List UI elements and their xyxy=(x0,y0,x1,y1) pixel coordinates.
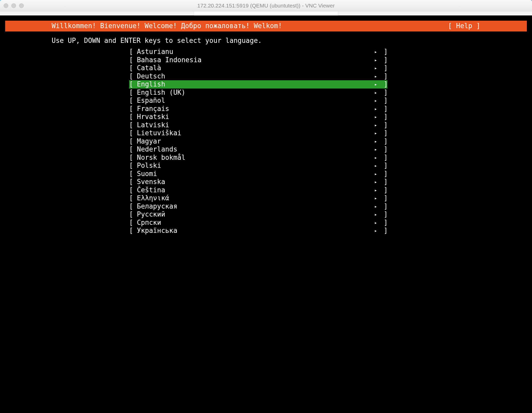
language-label: Asturianu xyxy=(137,48,372,56)
bracket-left: [ xyxy=(129,227,137,235)
installer-header: Willkommen! Bienvenue! Welcome! Добро по… xyxy=(5,21,527,31)
language-option[interactable]: [ Српски▸ ] xyxy=(129,219,387,227)
language-list[interactable]: [ Asturianu▸ ][ Bahasa Indonesia▸ ][ Cat… xyxy=(5,48,527,235)
language-option[interactable]: [ Suomi▸ ] xyxy=(129,170,387,178)
language-option[interactable]: [ Ελληνικά▸ ] xyxy=(129,194,387,202)
bracket-left: [ xyxy=(129,97,137,105)
language-option[interactable]: [ English (UK)▸ ] xyxy=(129,89,387,97)
welcome-text: Willkommen! Bienvenue! Welcome! Добро по… xyxy=(5,22,282,30)
bracket-left: [ xyxy=(129,194,137,202)
bracket-right: ] xyxy=(380,210,387,219)
language-label: Latviski xyxy=(137,121,372,129)
bracket-left: [ xyxy=(129,72,137,81)
bracket-right: ] xyxy=(380,170,387,178)
chevron-right-icon: ▸ xyxy=(372,121,380,129)
language-label: Català xyxy=(137,64,372,72)
language-option[interactable]: [ Čeština▸ ] xyxy=(129,186,387,194)
minimize-icon[interactable] xyxy=(11,3,16,8)
traffic-lights xyxy=(4,3,24,8)
chevron-right-icon: ▸ xyxy=(372,210,380,219)
chevron-right-icon: ▸ xyxy=(372,145,380,154)
language-option[interactable]: [ Nederlands▸ ] xyxy=(129,145,387,154)
language-option[interactable]: [ Magyar▸ ] xyxy=(129,137,387,146)
bracket-right: ] xyxy=(380,186,387,194)
chevron-right-icon: ▸ xyxy=(372,186,380,194)
language-option[interactable]: [ Беларуская▸ ] xyxy=(129,202,387,211)
bracket-right: ] xyxy=(380,137,387,146)
bracket-right: ] xyxy=(380,64,387,72)
language-label: Српски xyxy=(137,219,372,227)
language-option[interactable]: [ Lietuviškai▸ ] xyxy=(129,129,387,137)
language-label: Bahasa Indonesia xyxy=(137,56,372,64)
bracket-left: [ xyxy=(129,129,137,137)
language-label: English (UK) xyxy=(137,89,372,97)
titlebar: 172.20.224.151:5919 (QEMU (ubuntutest)) … xyxy=(0,0,532,11)
window-title: 172.20.224.151:5919 (QEMU (ubuntutest)) … xyxy=(0,3,532,9)
language-option[interactable]: [ English▸ ] xyxy=(129,80,387,89)
chevron-right-icon: ▸ xyxy=(372,80,380,89)
instruction-text: Use UP, DOWN and ENTER keys to select yo… xyxy=(5,31,527,48)
chevron-right-icon: ▸ xyxy=(372,72,380,81)
language-label: Русский xyxy=(137,210,372,219)
bracket-right: ] xyxy=(380,162,387,170)
chevron-right-icon: ▸ xyxy=(372,227,380,235)
language-option[interactable]: [ Українська▸ ] xyxy=(129,227,387,235)
language-option[interactable]: [ Deutsch▸ ] xyxy=(129,72,387,81)
bracket-left: [ xyxy=(129,145,137,154)
bracket-right: ] xyxy=(380,227,387,235)
language-option[interactable]: [ Polski▸ ] xyxy=(129,162,387,170)
bracket-left: [ xyxy=(129,80,137,89)
bracket-right: ] xyxy=(380,113,387,121)
language-option[interactable]: [ Asturianu▸ ] xyxy=(129,48,387,56)
language-label: Беларуская xyxy=(137,202,372,211)
chevron-right-icon: ▸ xyxy=(372,178,380,186)
bracket-left: [ xyxy=(129,202,137,211)
close-icon[interactable] xyxy=(4,3,8,8)
chevron-right-icon: ▸ xyxy=(372,202,380,211)
language-option[interactable]: [ Svenska▸ ] xyxy=(129,178,387,186)
bracket-right: ] xyxy=(380,80,387,89)
bracket-left: [ xyxy=(129,64,137,72)
language-label: Deutsch xyxy=(137,72,372,81)
chevron-right-icon: ▸ xyxy=(372,154,380,162)
language-option[interactable]: [ Русский▸ ] xyxy=(129,210,387,219)
chevron-right-icon: ▸ xyxy=(372,89,380,97)
language-option[interactable]: [ Español▸ ] xyxy=(129,97,387,105)
bracket-right: ] xyxy=(380,178,387,186)
blackbar-top xyxy=(5,19,527,21)
language-label: Español xyxy=(137,97,372,105)
vnc-content[interactable]: Willkommen! Bienvenue! Welcome! Добро по… xyxy=(0,15,532,413)
bracket-left: [ xyxy=(129,89,137,97)
language-label: Magyar xyxy=(137,137,372,146)
terminal[interactable]: Willkommen! Bienvenue! Welcome! Добро по… xyxy=(5,19,527,408)
language-option[interactable]: [ Català▸ ] xyxy=(129,64,387,72)
chevron-right-icon: ▸ xyxy=(372,162,380,170)
language-option[interactable]: [ Norsk bokmål▸ ] xyxy=(129,154,387,162)
chevron-right-icon: ▸ xyxy=(372,137,380,146)
bracket-right: ] xyxy=(380,121,387,129)
language-label: Français xyxy=(137,105,372,113)
chevron-right-icon: ▸ xyxy=(372,194,380,202)
language-option[interactable]: [ Latviski▸ ] xyxy=(129,121,387,129)
language-option[interactable]: [ Français▸ ] xyxy=(129,105,387,113)
language-option[interactable]: [ Hrvatski▸ ] xyxy=(129,113,387,121)
bracket-left: [ xyxy=(129,48,137,56)
language-label: Lietuviškai xyxy=(137,129,372,137)
bracket-left: [ xyxy=(129,170,137,178)
bracket-right: ] xyxy=(380,194,387,202)
vnc-window: 172.20.224.151:5919 (QEMU (ubuntutest)) … xyxy=(0,0,532,413)
bracket-right: ] xyxy=(380,202,387,211)
chevron-right-icon: ▸ xyxy=(372,219,380,227)
language-label: Suomi xyxy=(137,170,372,178)
chevron-right-icon: ▸ xyxy=(372,64,380,72)
help-button[interactable]: [ Help ] xyxy=(448,22,527,30)
language-label: Svenska xyxy=(137,178,372,186)
language-label: Nederlands xyxy=(137,145,372,154)
maximize-icon[interactable] xyxy=(19,3,24,8)
language-option[interactable]: [ Bahasa Indonesia▸ ] xyxy=(129,56,387,64)
language-label: Ελληνικά xyxy=(137,194,372,202)
bracket-left: [ xyxy=(129,186,137,194)
bracket-right: ] xyxy=(380,97,387,105)
chevron-right-icon: ▸ xyxy=(372,113,380,121)
bracket-left: [ xyxy=(129,162,137,170)
